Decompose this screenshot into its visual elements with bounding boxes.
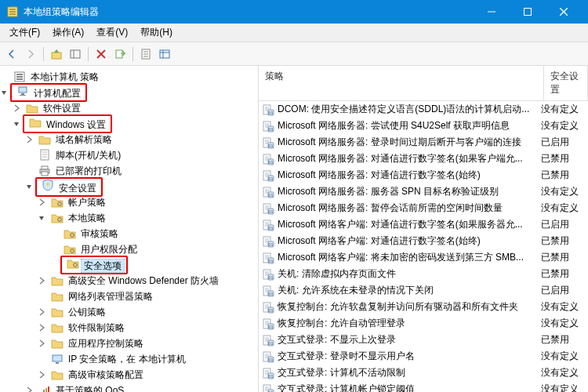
back-button[interactable] bbox=[3, 45, 20, 63]
policy-name: 交互式登录: 计算机帐户锁定阈值 bbox=[278, 383, 541, 392]
up-button[interactable] bbox=[48, 45, 65, 63]
policy-name: Microsoft 网络服务器: 登录时间过期后断开与客户端的连接 bbox=[278, 136, 541, 149]
tree-twisty[interactable] bbox=[38, 371, 49, 379]
tree-item[interactable]: 本地计算机 策略 bbox=[0, 69, 258, 85]
svg-text:01: 01 bbox=[268, 291, 274, 296]
tree-panel[interactable]: 本地计算机 策略计算机配置软件设置Windows 设置域名解析策略脚本(开机/关… bbox=[0, 66, 259, 392]
tree-twisty[interactable] bbox=[25, 183, 36, 191]
policy-row[interactable]: 01Microsoft 网络客户端: 对通信进行数字签名(如果服务器允...已启… bbox=[259, 216, 588, 233]
menu-action[interactable]: 操作(A) bbox=[46, 24, 90, 42]
policy-row[interactable]: 01交互式登录: 计算机不活动限制没有定义 bbox=[259, 365, 588, 381]
shield-icon bbox=[42, 179, 54, 191]
tree-item[interactable]: 高级安全 Windows Defender 防火墙 bbox=[0, 273, 258, 289]
policy-name: Microsoft 网络服务器: 服务器 SPN 目标名称验证级别 bbox=[278, 185, 541, 198]
tree-twisty[interactable] bbox=[38, 277, 49, 285]
policy-row[interactable]: 01关机: 清除虚拟内存页面文件已禁用 bbox=[259, 266, 588, 282]
tree-twisty[interactable] bbox=[0, 89, 11, 96]
show-hide-tree-button[interactable] bbox=[67, 45, 84, 63]
tree-twisty[interactable] bbox=[25, 387, 36, 392]
policy-name: 交互式登录: 计算机不活动限制 bbox=[278, 366, 541, 379]
policy-icon: 01 bbox=[262, 219, 274, 231]
tree-twisty[interactable] bbox=[38, 308, 49, 316]
policy-icon: 01 bbox=[262, 301, 274, 314]
properties-button[interactable] bbox=[137, 45, 154, 63]
policy-icon: 01 bbox=[262, 120, 274, 132]
policy-row[interactable]: 01恢复控制台: 允许自动管理登录没有定义 bbox=[259, 315, 588, 332]
policy-icon: 01 bbox=[262, 153, 274, 165]
policy-row[interactable]: 01Microsoft 网络服务器: 对通信进行数字签名(如果客户端允...已禁… bbox=[259, 151, 588, 167]
tree-item[interactable]: 软件限制策略 bbox=[0, 320, 258, 336]
folder-icon bbox=[51, 196, 64, 209]
policy-row[interactable]: 01交互式登录: 计算机帐户锁定阈值没有定义 bbox=[259, 381, 588, 392]
column-policy[interactable]: 策略 bbox=[259, 66, 544, 100]
policy-row[interactable]: 01Microsoft 网络客户端: 将未加密的密码发送到第三方 SMB...已… bbox=[259, 249, 588, 266]
folder-icon bbox=[64, 227, 76, 240]
policy-icon: 01 bbox=[262, 103, 274, 116]
tree-item[interactable]: 网络列表管理器策略 bbox=[0, 289, 258, 304]
tree-item[interactable]: 本地策略 bbox=[0, 210, 258, 226]
tree-twisty[interactable] bbox=[38, 324, 49, 332]
policy-setting: 已禁用 bbox=[541, 234, 585, 248]
tree-twisty[interactable] bbox=[13, 120, 24, 128]
policy-row[interactable]: 01Microsoft 网络服务器: 服务器 SPN 目标名称验证级别没有定义 bbox=[259, 183, 588, 200]
tree-item[interactable]: 用户权限分配 bbox=[0, 241, 258, 257]
export-button[interactable] bbox=[111, 45, 129, 63]
tree-item[interactable]: 公钥策略 bbox=[0, 304, 258, 320]
svg-rect-24 bbox=[16, 78, 23, 80]
tree-item[interactable]: 域名解析策略 bbox=[0, 132, 258, 147]
policy-row[interactable]: 01恢复控制台: 允许软盘复制并访问所有驱动器和所有文件夹没有定义 bbox=[259, 299, 588, 315]
policy-row[interactable]: 01Microsoft 网络服务器: 尝试使用 S4U2Self 获取声明信息没… bbox=[259, 118, 588, 134]
tree-item[interactable]: 应用程序控制策略 bbox=[0, 336, 258, 351]
tree-twisty[interactable] bbox=[38, 214, 49, 222]
tree-item[interactable]: 审核策略 bbox=[0, 226, 258, 241]
svg-rect-13 bbox=[116, 50, 122, 58]
menu-file[interactable]: 文件(F) bbox=[3, 24, 46, 42]
close-button[interactable] bbox=[546, 0, 582, 24]
tree-item[interactable]: 脚本(开机/关机) bbox=[0, 147, 258, 163]
policy-row[interactable]: 01关机: 允许系统在未登录的情况下关闭已启用 bbox=[259, 282, 588, 299]
policy-row[interactable]: 01DCOM: 使用安全描述符定义语言(SDDL)语法的计算机启动...没有定义 bbox=[259, 101, 588, 118]
svg-rect-46 bbox=[48, 387, 49, 392]
policy-row[interactable]: 01交互式登录: 不显示上次登录已禁用 bbox=[259, 332, 588, 348]
tree-item[interactable]: Windows 设置 bbox=[0, 116, 258, 132]
tree-item[interactable]: 安全设置 bbox=[0, 179, 258, 194]
policy-setting: 已启用 bbox=[541, 136, 585, 149]
policy-row[interactable]: 01Microsoft 网络客户端: 对通信进行数字签名(始终)已禁用 bbox=[259, 233, 588, 249]
folder-icon bbox=[51, 337, 64, 350]
tree-twisty[interactable] bbox=[25, 136, 36, 143]
tree-twisty[interactable] bbox=[13, 104, 24, 112]
policy-row[interactable]: 01Microsoft 网络服务器: 对通信进行数字签名(始终)已禁用 bbox=[259, 167, 588, 183]
svg-text:01: 01 bbox=[268, 274, 274, 279]
policy-icon: 01 bbox=[262, 169, 274, 182]
policy-row[interactable]: 01Microsoft 网络服务器: 登录时间过期后断开与客户端的连接已启用 bbox=[259, 134, 588, 151]
tree-item[interactable]: IP 安全策略，在 本地计算机 bbox=[0, 351, 258, 367]
svg-rect-3 bbox=[9, 13, 16, 15]
tree-item[interactable]: 软件设置 bbox=[0, 100, 258, 116]
tree-item[interactable]: 计算机配置 bbox=[0, 85, 258, 100]
policy-setting: 已启用 bbox=[541, 284, 585, 297]
menu-help[interactable]: 帮助(H) bbox=[134, 24, 179, 42]
svg-text:01: 01 bbox=[268, 324, 274, 328]
minimize-button[interactable] bbox=[474, 0, 510, 24]
list-body[interactable]: 01DCOM: 使用安全描述符定义语言(SDDL)语法的计算机启动...没有定义… bbox=[259, 101, 588, 392]
tree-item[interactable]: 安全选项 bbox=[0, 257, 258, 273]
maximize-button[interactable] bbox=[510, 0, 546, 24]
tree-item[interactable]: 基于策略的 QoS bbox=[0, 383, 258, 392]
policy-icon: 01 bbox=[262, 235, 274, 248]
folder-icon bbox=[29, 116, 42, 129]
column-security-setting[interactable]: 安全设置 bbox=[544, 66, 588, 100]
filter-button[interactable] bbox=[156, 45, 173, 63]
tree-twisty[interactable] bbox=[38, 198, 49, 206]
tree-twisty[interactable] bbox=[38, 339, 49, 347]
menu-view[interactable]: 查看(V) bbox=[90, 24, 134, 42]
tree-item[interactable]: 帐户策略 bbox=[0, 194, 258, 210]
list-header: 策略 安全设置 bbox=[259, 66, 588, 101]
delete-button[interactable] bbox=[93, 45, 110, 63]
content-area: 本地计算机 策略计算机配置软件设置Windows 设置域名解析策略脚本(开机/关… bbox=[0, 66, 588, 392]
policy-setting: 已禁用 bbox=[541, 333, 585, 347]
policy-row[interactable]: 01Microsoft 网络服务器: 暂停会话前所需的空闲时间数量没有定义 bbox=[259, 200, 588, 216]
forward-button[interactable] bbox=[22, 45, 39, 63]
tree-item[interactable]: 高级审核策略配置 bbox=[0, 367, 258, 383]
svg-rect-42 bbox=[56, 362, 59, 364]
policy-row[interactable]: 01交互式登录: 登录时不显示用户名没有定义 bbox=[259, 348, 588, 365]
